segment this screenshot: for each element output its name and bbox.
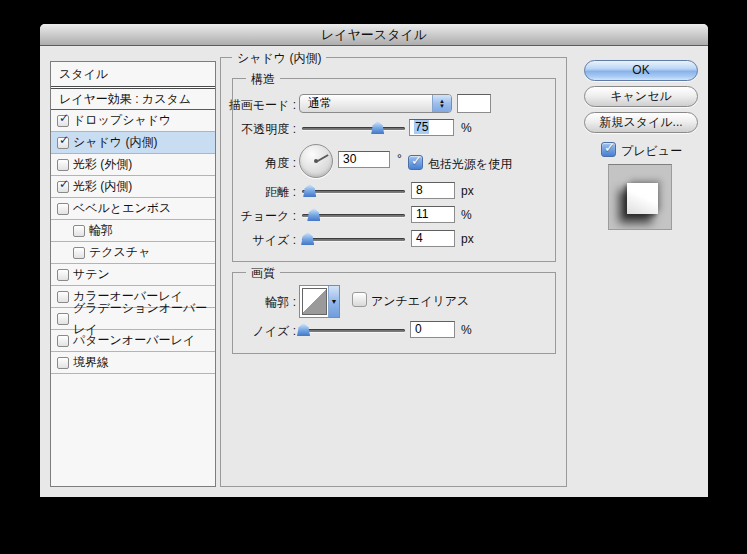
blend-mode-value: 通常 — [308, 96, 332, 110]
cancel-button[interactable]: キャンセル — [584, 86, 698, 107]
structure-legend: 構造 — [246, 71, 280, 88]
check-icon: ✓ — [59, 112, 69, 124]
antialias-checkbox[interactable] — [352, 292, 367, 307]
arrow-down-icon: ▼ — [331, 298, 338, 305]
checkbox-satin[interactable] — [57, 269, 69, 281]
shadow-color-swatch[interactable] — [457, 94, 491, 113]
contour-thumbnail-icon — [302, 288, 327, 315]
arrow-down-icon: ▼ — [439, 104, 445, 109]
popup-stepper-icon: ▲ ▼ — [432, 95, 451, 112]
size-unit: px — [461, 232, 474, 246]
angle-field[interactable]: 30 — [338, 151, 390, 168]
checkbox-gradient-overlay[interactable] — [57, 313, 69, 325]
distance-unit: px — [461, 184, 474, 198]
checkbox-drop-shadow[interactable]: ✓ — [57, 115, 69, 127]
size-field[interactable]: 4 — [411, 230, 455, 247]
noise-unit: % — [461, 323, 472, 337]
sidebar-item-label: サテン — [73, 264, 110, 285]
sidebar-item-label: 輪郭 — [89, 220, 113, 241]
check-icon: ✓ — [59, 134, 69, 146]
quality-legend: 画質 — [246, 265, 280, 282]
checkbox-contour[interactable] — [73, 225, 85, 237]
preview-square-icon — [627, 183, 658, 214]
check-icon: ✓ — [59, 178, 69, 190]
checkbox-inner-glow[interactable]: ✓ — [57, 181, 69, 193]
checkbox-stroke[interactable] — [57, 357, 69, 369]
sidebar-item-label: 光彩 (外側) — [73, 154, 132, 175]
desktop-background: レイヤースタイル スタイル レイヤー効果 : カスタム ✓ ドロップシャドウ ✓… — [0, 0, 747, 554]
sidebar-item-label: パターンオーバーレイ — [73, 330, 195, 351]
choke-slider[interactable] — [302, 214, 405, 217]
checkbox-inner-shadow[interactable]: ✓ — [57, 137, 69, 149]
opacity-field[interactable]: 75 — [409, 119, 454, 136]
opacity-label: 不透明度 : — [190, 121, 296, 138]
sidebar-item-satin[interactable]: サテン — [51, 264, 215, 286]
distance-field[interactable]: 8 — [411, 182, 455, 199]
choke-label: チョーク : — [190, 208, 296, 225]
ok-button[interactable]: OK — [584, 60, 698, 81]
sidebar-item-label: 光彩 (内側) — [73, 176, 132, 197]
preview-checkbox[interactable]: ✓ — [601, 142, 616, 157]
distance-slider[interactable] — [302, 190, 405, 193]
antialias-label: アンチエイリアス — [371, 293, 469, 310]
opacity-value: 75 — [414, 120, 429, 134]
noise-slider[interactable] — [302, 329, 405, 332]
choke-value: 11 — [416, 207, 428, 221]
sidebar-item-label: ドロップシャドウ — [73, 110, 171, 131]
blend-mode-label: 描画モード : — [190, 97, 296, 114]
contour-label: 輪郭 : — [190, 294, 296, 311]
use-global-light-label: 包括光源を使用 — [428, 156, 512, 173]
window-titlebar[interactable]: レイヤースタイル — [40, 24, 708, 46]
angle-dial[interactable] — [299, 144, 333, 178]
sidebar-header-styles[interactable]: スタイル — [51, 62, 215, 87]
layer-style-dialog: レイヤースタイル スタイル レイヤー効果 : カスタム ✓ ドロップシャドウ ✓… — [40, 24, 708, 497]
checkbox-outer-glow[interactable] — [57, 159, 69, 171]
checkbox-pattern-overlay[interactable] — [57, 335, 69, 347]
window-title: レイヤースタイル — [321, 27, 427, 42]
opacity-slider[interactable] — [302, 127, 405, 130]
sidebar-item-label: シャドウ (内側) — [73, 132, 157, 153]
choke-unit: % — [461, 208, 472, 222]
size-label: サイズ : — [190, 232, 296, 249]
check-icon: ✓ — [604, 140, 615, 155]
size-value: 4 — [416, 231, 423, 245]
noise-value: 0 — [415, 322, 422, 336]
distance-value: 8 — [416, 183, 423, 197]
use-global-light-checkbox[interactable]: ✓ — [408, 155, 423, 170]
preview-label: プレビュー — [621, 143, 682, 160]
choke-field[interactable]: 11 — [411, 206, 455, 223]
angle-value: 30 — [343, 152, 356, 166]
contour-dropdown-button[interactable]: ▼ — [328, 286, 339, 317]
angle-hub-icon — [314, 159, 318, 163]
checkbox-color-overlay[interactable] — [57, 291, 69, 303]
distance-label: 距離 : — [190, 184, 296, 201]
size-slider[interactable] — [302, 238, 405, 241]
noise-field[interactable]: 0 — [410, 321, 455, 338]
angle-label: 角度 : — [190, 155, 296, 172]
new-style-button[interactable]: 新規スタイル... — [584, 112, 698, 133]
checkbox-bevel-emboss[interactable] — [57, 203, 69, 215]
sidebar-item-label: ベベルとエンボス — [73, 198, 171, 219]
checkbox-texture[interactable] — [73, 247, 85, 259]
panel-legend: シャドウ (内側) — [232, 50, 326, 67]
opacity-unit: % — [461, 121, 472, 135]
quality-group — [232, 272, 556, 354]
sidebar-item-stroke[interactable]: 境界線 — [51, 352, 215, 374]
noise-label: ノイズ : — [190, 323, 296, 340]
angle-unit: ° — [397, 152, 402, 166]
contour-picker[interactable]: ▼ — [299, 285, 340, 318]
style-preview-thumbnail — [608, 164, 672, 230]
sidebar-item-label: 境界線 — [73, 352, 109, 373]
check-icon: ✓ — [411, 153, 422, 168]
blend-mode-select[interactable]: 通常 ▲ ▼ — [299, 94, 452, 113]
sidebar-item-label: テクスチャ — [89, 242, 150, 263]
